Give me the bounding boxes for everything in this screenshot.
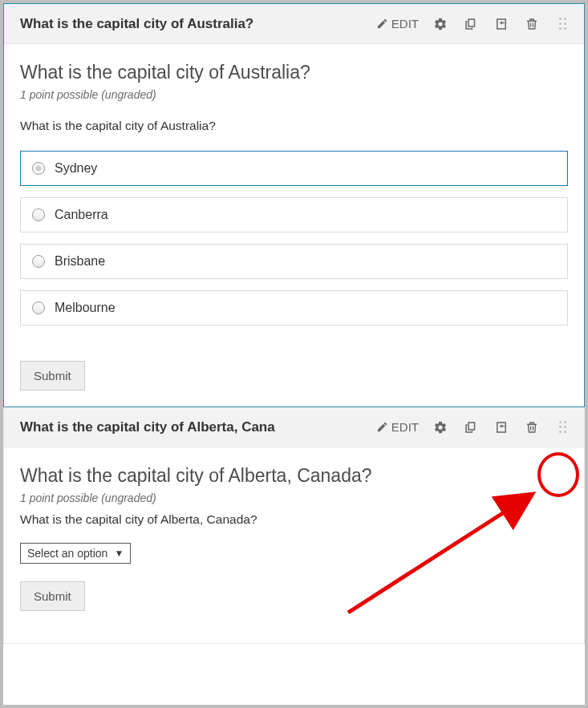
question-header: What is the capital city of Alberta, Can…	[4, 407, 584, 447]
delete-button[interactable]	[517, 414, 547, 441]
move-button[interactable]	[486, 414, 517, 441]
frame: What is the capital city of Australia? E…	[0, 0, 588, 708]
copy-icon	[464, 420, 478, 435]
question-body-title: What is the capital city of Australia?	[20, 62, 568, 83]
question-body: What is the capital city of Alberta, Can…	[4, 447, 584, 643]
option-brisbane[interactable]: Brisbane	[20, 244, 568, 279]
question-header-title: What is the capital city of Australia?	[20, 16, 373, 32]
option-sydney[interactable]: Sydney	[20, 151, 568, 186]
drag-dots-icon	[559, 18, 566, 30]
gear-icon	[433, 420, 448, 435]
edit-label: EDIT	[391, 17, 419, 30]
question-body-title: What is the capital city of Alberta, Can…	[20, 465, 568, 487]
gear-icon	[433, 17, 448, 31]
delete-button[interactable]	[517, 10, 547, 38]
option-label: Canberra	[55, 208, 108, 222]
question-prompt: What is the capital city of Alberta, Can…	[20, 512, 568, 527]
edit-label: EDIT	[391, 420, 419, 434]
radio-icon	[32, 255, 45, 268]
option-label: Brisbane	[55, 254, 105, 269]
trash-icon	[525, 420, 539, 435]
option-melbourne[interactable]: Melbourne	[20, 290, 568, 326]
question-toolbar: EDIT	[373, 10, 578, 38]
option-label: Sydney	[55, 161, 97, 176]
submit-button[interactable]: Submit	[20, 581, 85, 611]
question-points: 1 point possible (ungraded)	[20, 492, 568, 504]
option-canberra[interactable]: Canberra	[20, 197, 568, 233]
question-body: What is the capital city of Australia? 1…	[4, 44, 584, 407]
question-prompt: What is the capital city of Australia?	[20, 119, 568, 133]
move-button[interactable]	[486, 10, 517, 38]
dropdown-value: Select an option	[27, 547, 107, 560]
edit-button[interactable]: EDIT	[373, 17, 425, 30]
question-header-title: What is the capital city of Alberta, Can…	[20, 419, 373, 435]
pencil-icon	[376, 18, 388, 30]
submit-button[interactable]: Submit	[20, 361, 85, 390]
move-icon	[494, 17, 509, 31]
duplicate-button[interactable]	[456, 10, 486, 38]
trash-icon	[525, 17, 539, 31]
drag-handle[interactable]	[547, 10, 578, 38]
drag-handle[interactable]	[547, 414, 578, 441]
move-icon	[494, 420, 509, 435]
radio-icon	[32, 301, 45, 314]
question-points: 1 point possible (ungraded)	[20, 88, 568, 101]
drag-dots-icon	[559, 421, 566, 433]
question-header: What is the capital city of Australia? E…	[4, 4, 584, 44]
answer-dropdown[interactable]: Select an option ▼	[20, 543, 131, 564]
chevron-down-icon: ▼	[114, 548, 124, 559]
copy-icon	[464, 17, 478, 31]
radio-icon	[32, 208, 45, 221]
question-block-2: What is the capital city of Alberta, Can…	[3, 407, 585, 644]
edit-button[interactable]: EDIT	[373, 420, 425, 434]
radio-icon	[32, 162, 45, 175]
option-label: Melbourne	[55, 301, 116, 315]
pencil-icon	[376, 421, 388, 433]
duplicate-button[interactable]	[456, 414, 486, 441]
settings-button[interactable]	[425, 414, 456, 441]
question-block-1: What is the capital city of Australia? E…	[3, 3, 585, 407]
settings-button[interactable]	[425, 10, 456, 38]
question-toolbar: EDIT	[373, 414, 578, 441]
